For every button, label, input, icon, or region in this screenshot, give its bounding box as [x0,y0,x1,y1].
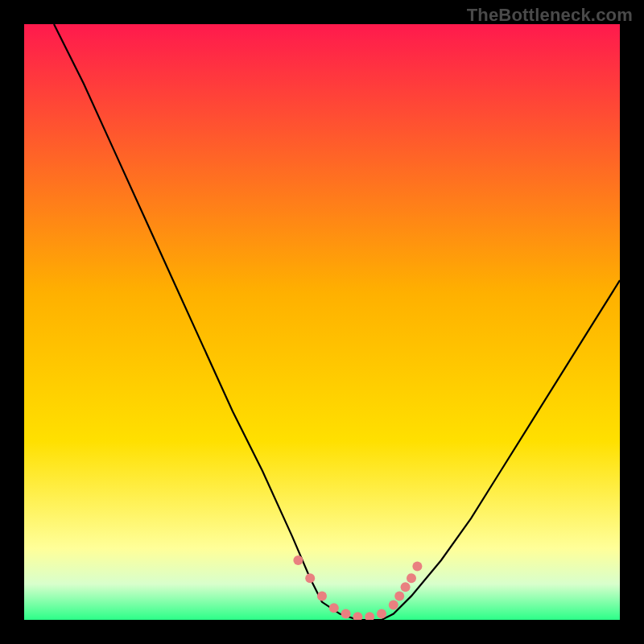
data-marker [329,603,339,613]
data-marker [341,609,351,619]
data-marker [377,609,386,619]
data-marker [389,601,398,610]
data-marker [412,561,422,571]
data-marker [401,582,411,592]
chart-svg [24,24,620,620]
data-marker [305,573,315,583]
watermark-text: TheBottleneck.com [467,5,633,26]
data-marker [394,591,404,601]
data-marker [407,573,416,583]
data-marker [293,555,303,565]
data-marker [317,591,327,601]
chart-frame: TheBottleneck.com [0,0,644,644]
gradient-background [24,24,620,620]
plot-area [24,24,620,620]
